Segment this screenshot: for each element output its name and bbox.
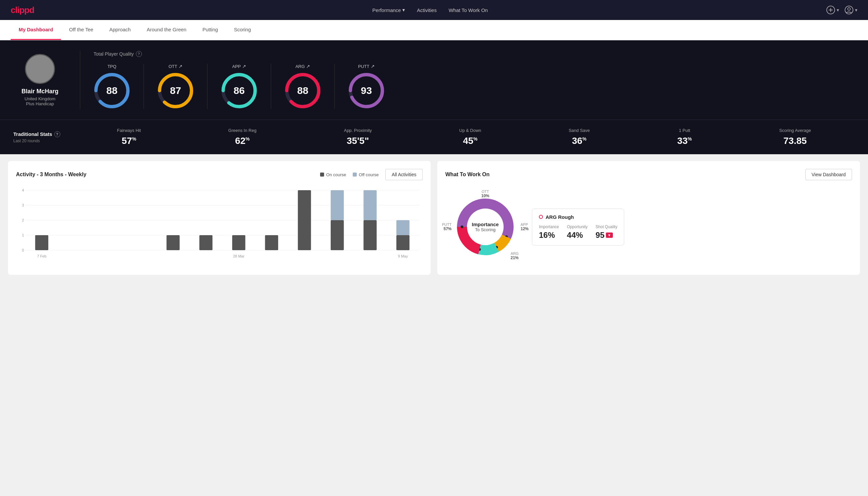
detail-dot — [539, 215, 543, 219]
off-course-dot — [353, 173, 357, 176]
chevron-down-icon: ▾ — [837, 7, 839, 13]
legend-on-course: On course — [320, 172, 346, 177]
svg-rect-37 — [396, 235, 409, 250]
player-name: Blair McHarg — [21, 88, 58, 95]
donut-label-arg: ARG 21% — [510, 251, 519, 260]
activity-chart: 012347 Feb28 Mar9 May — [16, 187, 423, 260]
stat-items: Fairways Hit 57% Greens In Reg 62% App. … — [73, 128, 855, 146]
tab-putting[interactable]: Putting — [194, 20, 226, 40]
donut-label-putt: PUTT 57% — [442, 222, 452, 231]
activity-card-title: Activity - 3 Months - Weekly — [16, 172, 86, 177]
on-course-dot — [320, 173, 324, 176]
chevron-down-icon: ▾ — [855, 7, 857, 13]
traditional-stats-sublabel: Last 20 rounds — [13, 139, 73, 143]
down-badge: ▼ — [606, 233, 613, 238]
circle-container-arg: 88 — [284, 72, 321, 109]
activity-svg: 012347 Feb28 Mar9 May — [16, 187, 423, 260]
scores-section: Total Player Quality ? TPQ 88 OTT↗ 87 AP… — [80, 51, 855, 109]
view-dashboard-button[interactable]: View Dashboard — [805, 169, 852, 180]
circle-container-app: 86 — [221, 72, 257, 109]
score-item-ott: OTT↗ 87 — [144, 64, 207, 109]
circle-container-putt: 93 — [348, 72, 385, 109]
svg-point-5 — [34, 60, 46, 72]
nav-activities[interactable]: Activities — [417, 7, 437, 13]
tab-approach[interactable]: Approach — [101, 20, 139, 40]
score-circles: TPQ 88 OTT↗ 87 APP↗ 86 ARG↗ 88 P — [94, 64, 855, 109]
donut-chart-container: Importance To Scoring OTT 10% APP 12% AR… — [445, 187, 525, 267]
user-avatar-button[interactable]: ▾ — [845, 5, 857, 15]
add-button[interactable]: ▾ — [826, 5, 839, 15]
donut-label-app: APP 12% — [521, 222, 528, 231]
what-to-work-on-card: What To Work On View Dashboard Importanc… — [437, 161, 860, 275]
activity-card: Activity - 3 Months - Weekly On course O… — [8, 161, 431, 275]
svg-text:3: 3 — [22, 203, 24, 207]
work-on-title: What To Work On — [445, 172, 490, 177]
arrow-up-icon: ↗ — [306, 64, 310, 69]
total-quality-label: Total Player Quality ? — [94, 51, 855, 57]
player-handicap: Plus Handicap — [26, 101, 54, 106]
app-logo[interactable]: clippd — [11, 5, 34, 15]
score-item-app: APP↗ 86 — [207, 64, 271, 109]
stats-row: Traditional Stats ? Last 20 rounds Fairw… — [0, 120, 868, 154]
stat-item: Sand Save 36% — [569, 128, 590, 146]
player-info: Blair McHarg United Kingdom Plus Handica… — [13, 54, 67, 106]
activity-legend: On course Off course — [320, 172, 379, 177]
help-icon-stats[interactable]: ? — [54, 131, 60, 137]
svg-rect-28 — [167, 235, 179, 250]
avatar — [25, 54, 55, 84]
svg-point-45 — [461, 226, 463, 228]
score-label-arg: ARG↗ — [296, 64, 310, 69]
stat-item: 1 Putt 33% — [677, 128, 692, 146]
legend-off-course: Off course — [353, 172, 379, 177]
tab-off-the-tee[interactable]: Off the Tee — [61, 20, 101, 40]
tab-around-the-green[interactable]: Around the Green — [139, 20, 194, 40]
score-label-tpq: TPQ — [108, 64, 116, 69]
svg-rect-29 — [199, 235, 212, 250]
arrow-up-icon: ↗ — [242, 64, 246, 69]
svg-text:7 Feb: 7 Feb — [37, 254, 46, 258]
detail-shot-quality: Shot Quality 95 ▼ — [596, 224, 617, 240]
tabs-bar: My Dashboard Off the Tee Approach Around… — [0, 20, 868, 40]
chevron-down-icon: ▾ — [403, 7, 405, 13]
work-on-card-header: What To Work On View Dashboard — [445, 169, 852, 180]
svg-rect-33 — [331, 220, 344, 250]
svg-rect-31 — [265, 235, 278, 250]
player-country: United Kingdom — [25, 96, 56, 101]
circle-container-ott: 87 — [157, 72, 194, 109]
detail-metrics: Importance 16% Opportunity 44% Shot Qual… — [539, 224, 617, 240]
stat-item: Up & Down 45% — [459, 128, 481, 146]
tab-scoring[interactable]: Scoring — [226, 20, 259, 40]
stat-item: Scoring Average 73.85 — [779, 128, 811, 146]
nav-right-controls: ▾ ▾ — [826, 5, 857, 15]
svg-text:2: 2 — [22, 218, 24, 222]
score-label-putt: PUTT↗ — [358, 64, 375, 69]
donut-section: Importance To Scoring OTT 10% APP 12% AR… — [445, 187, 852, 267]
svg-point-4 — [848, 7, 850, 10]
activity-card-header: Activity - 3 Months - Weekly On course O… — [16, 169, 423, 180]
tab-my-dashboard[interactable]: My Dashboard — [11, 20, 61, 40]
score-item-putt: PUTT↗ 93 — [335, 64, 398, 109]
all-activities-button[interactable]: All Activities — [385, 169, 423, 180]
svg-rect-34 — [331, 190, 344, 220]
stat-item: App. Proximity 35'5" — [344, 128, 372, 146]
circle-container-tpq: 88 — [94, 72, 130, 109]
hero-section: Blair McHarg United Kingdom Plus Handica… — [0, 40, 868, 120]
svg-text:1: 1 — [22, 233, 24, 237]
stat-item: Fairways Hit 57% — [117, 128, 141, 146]
svg-rect-35 — [363, 220, 376, 250]
score-label-ott: OTT↗ — [169, 64, 183, 69]
detail-card-title: ARG Rough — [546, 214, 574, 220]
score-label-app: APP↗ — [232, 64, 246, 69]
arrow-up-icon: ↗ — [371, 64, 375, 69]
svg-rect-32 — [298, 190, 311, 250]
svg-text:28 Mar: 28 Mar — [233, 254, 245, 258]
svg-text:4: 4 — [22, 188, 24, 192]
detail-opportunity: Opportunity 44% — [567, 224, 587, 240]
donut-label-ott: OTT 10% — [481, 189, 489, 198]
help-icon[interactable]: ? — [136, 51, 142, 57]
nav-performance[interactable]: Performance ▾ — [373, 7, 405, 13]
detail-importance: Importance 16% — [539, 224, 559, 240]
nav-what-to-work-on[interactable]: What To Work On — [449, 7, 488, 13]
score-item-arg: ARG↗ 88 — [271, 64, 335, 109]
nav-links: Performance ▾ Activities What To Work On — [373, 7, 488, 13]
